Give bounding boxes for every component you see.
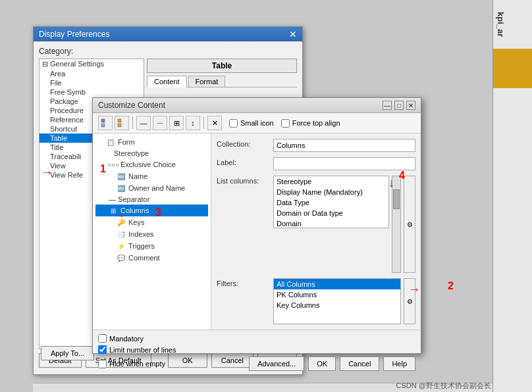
hide-when-empty-label: Hide when empty — [109, 360, 165, 368]
cust-ok-button[interactable]: OK — [308, 356, 336, 371]
cust-cancel-button[interactable]: Cancel — [340, 356, 379, 371]
tab-format[interactable]: Format — [188, 76, 226, 87]
force-top-align-check-row: Force top align — [281, 119, 340, 128]
cust-tree-triggers[interactable]: ⚡ Triggers — [95, 240, 208, 252]
display-pref-titlebar: Display Preferences ✕ — [34, 27, 302, 41]
badge-4: 4 — [399, 170, 405, 182]
cust-tree-exclusive-choice[interactable]: ○○○ Exclusive Choice — [95, 159, 208, 170]
list-columns-label: List columns: — [217, 176, 269, 273]
toolbar-btn-line[interactable]: — — [136, 116, 151, 130]
filter-item-key-columns[interactable]: Key Columns — [274, 300, 400, 310]
filter-item-pk-columns[interactable]: PK Columns — [274, 289, 400, 300]
toolbar-btn-2[interactable] — [115, 116, 129, 130]
badge-2: 2 — [448, 280, 454, 292]
badge-1: 1 — [100, 163, 106, 175]
cust-tree-columns[interactable]: ⊞ Columns — [95, 205, 208, 216]
cust-tree-form[interactable]: 📋 Form — [95, 136, 208, 148]
advanced-button[interactable]: Advanced... — [249, 356, 304, 371]
toolbar-separator-1 — [132, 117, 133, 129]
cust-tree-owner-name[interactable]: 🔤 Owner and Name — [95, 182, 208, 194]
arrow-1: → — [41, 166, 53, 180]
cust-tree-indexes[interactable]: 📑 Indexes — [95, 228, 208, 240]
apply-to-button[interactable]: Apply To... — [41, 346, 94, 360]
hide-when-empty-checkbox[interactable] — [98, 360, 107, 368]
list-item-data-type[interactable]: Data Type — [274, 197, 388, 208]
toolbar-btn-move[interactable]: ↕ — [186, 116, 200, 130]
list-item-display-name[interactable]: Display Name (Mandatory) — [274, 187, 388, 197]
checkboxes-row-2: Limit number of lines — [98, 345, 415, 354]
tree-item-general-settings[interactable]: ⊟ General Settings — [40, 59, 144, 69]
bottom-action-buttons: Advanced... OK Cancel Help — [249, 356, 415, 371]
collection-input[interactable] — [273, 139, 415, 152]
cust-tree-comment[interactable]: 💬 Comment — [95, 252, 208, 264]
filter-item-all-columns[interactable]: All Columns — [274, 279, 400, 289]
right-panel-text: kpi_ar — [493, 7, 508, 42]
toolbar-btn-grid[interactable]: ⊞ — [169, 116, 184, 130]
cust-help-button[interactable]: Help — [383, 356, 415, 371]
svg-rect-2 — [118, 119, 121, 122]
tab-content[interactable]: Content — [147, 76, 187, 87]
force-top-align-checkbox[interactable] — [281, 119, 290, 128]
small-icon-checkbox[interactable] — [229, 119, 238, 128]
list-columns-row: List columns: Stereotype Display Name (M… — [217, 176, 415, 273]
list-item-stereotype[interactable]: Stereotype — [274, 176, 388, 187]
bottom-row: Hide when empty Advanced... OK Cancel He… — [98, 356, 415, 371]
table-header-button[interactable]: Table — [147, 59, 297, 73]
svg-rect-3 — [118, 124, 121, 127]
collection-row: Collection: — [217, 139, 415, 152]
filters-row: Filters: All Columns PK Columns Key Colu… — [217, 278, 415, 324]
right-panel-accent — [493, 49, 532, 88]
cust-tree-stereotype[interactable]: Stereotype — [95, 148, 208, 159]
category-label: Category: — [39, 47, 297, 56]
list-columns-container: Stereotype Display Name (Mandatory) Data… — [273, 176, 415, 273]
right-panel: kpi_ar — [492, 0, 532, 392]
label-input[interactable] — [273, 157, 415, 170]
svg-rect-0 — [101, 119, 105, 122]
tree-item-file[interactable]: File — [40, 78, 144, 87]
toolbar-separator-2 — [203, 117, 204, 129]
triggers-icon: ⚡ — [117, 241, 126, 251]
limit-lines-check-row: Limit number of lines — [98, 345, 176, 354]
owner-name-icon: 🔤 — [117, 184, 126, 193]
list-columns-action-button[interactable]: ⚙ — [404, 176, 415, 273]
cust-tree-separator[interactable]: — Separator — [95, 194, 208, 205]
close-button[interactable]: ✕ — [406, 101, 415, 110]
name-icon: 🔤 — [117, 172, 126, 181]
small-icon-check-row: Small icon — [229, 119, 274, 128]
arrow-2: → — [408, 283, 420, 297]
limit-lines-checkbox[interactable] — [98, 345, 107, 354]
svg-rect-1 — [101, 124, 105, 127]
display-pref-title: Display Preferences — [39, 30, 109, 39]
toolbar-btn-1[interactable] — [98, 116, 113, 130]
indexes-icon: 📑 — [117, 230, 126, 239]
minimize-button[interactable]: — — [383, 101, 392, 110]
tree-item-area[interactable]: Area — [40, 69, 144, 78]
filters-box[interactable]: All Columns PK Columns Key Columns — [273, 278, 401, 324]
comment-icon: 💬 — [117, 253, 126, 262]
maximize-button[interactable]: □ — [394, 101, 404, 110]
customize-title: Customize Content — [98, 101, 165, 110]
cust-tree-name[interactable]: 🔤 Name — [95, 170, 208, 182]
small-icon-label: Small icon — [240, 119, 274, 127]
list-columns-box[interactable]: Stereotype Display Name (Mandatory) Data… — [273, 176, 389, 228]
filters-container: All Columns PK Columns Key Columns ⚙ — [273, 278, 415, 324]
tree-item-free-symb[interactable]: Free Symb — [40, 87, 144, 97]
display-pref-close-button[interactable]: ✕ — [289, 30, 297, 39]
tabs-row: Content Format — [147, 76, 297, 87]
mandatory-label: Mandatory — [109, 335, 144, 343]
customize-tree[interactable]: 📋 Form Stereotype ○○○ Exclusive Choice 🔤… — [93, 134, 211, 330]
toolbar-btn-dots[interactable]: ··· — [153, 116, 167, 130]
mandatory-checkbox[interactable] — [98, 334, 107, 343]
hide-when-empty-check-row: Hide when empty — [98, 360, 165, 368]
cust-tree-keys[interactable]: 🔑 Keys — [95, 216, 208, 228]
list-item-domain[interactable]: Domain — [274, 218, 388, 228]
list-columns-scrollbar[interactable] — [392, 176, 401, 273]
customize-toolbar: — ··· ⊞ ↕ ✕ Small icon Force top align — [93, 113, 421, 134]
titlebar-buttons: — □ ✕ — [383, 101, 415, 110]
filters-label: Filters: — [217, 278, 269, 324]
list-item-domain-or-data[interactable]: Domain or Data type — [274, 208, 388, 218]
customize-form: Collection: Label: List columns: Stereot… — [211, 134, 421, 330]
toolbar-btn-delete[interactable]: ✕ — [207, 116, 222, 130]
customize-content-dialog: Customize Content — □ ✕ — ··· ⊞ ↕ ✕ Smal… — [92, 97, 421, 354]
badge-3: 3 — [155, 207, 161, 218]
